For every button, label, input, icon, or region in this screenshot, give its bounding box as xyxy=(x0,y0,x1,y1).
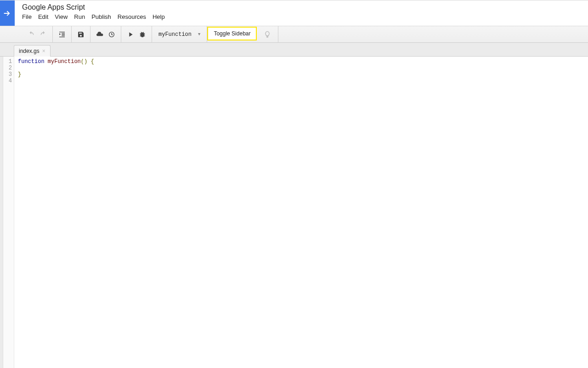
redo-button[interactable] xyxy=(38,29,48,40)
trigger-button[interactable] xyxy=(107,29,117,40)
code-line: } xyxy=(18,71,588,78)
run-button[interactable] xyxy=(125,29,136,40)
code-line xyxy=(18,65,588,71)
menu-bar: File Edit View Run Publish Resources Hel… xyxy=(22,13,165,20)
menu-publish[interactable]: Publish xyxy=(91,13,111,20)
line-number: 2 xyxy=(3,65,12,71)
menu-resources[interactable]: Resources xyxy=(118,13,146,20)
indent-button[interactable] xyxy=(57,29,67,40)
line-number: 4 xyxy=(3,78,12,84)
line-number-gutter: 1 2 3 4 xyxy=(3,57,14,368)
app-title: Google Apps Script xyxy=(22,3,165,12)
toolbar: myFunction ▼ Toggle Sidebar xyxy=(0,26,588,43)
menu-help[interactable]: Help xyxy=(153,13,165,20)
app-header: Google Apps Script File Edit View Run Pu… xyxy=(0,0,588,26)
close-icon[interactable]: × xyxy=(42,48,45,54)
file-tabs-bar: index.gs × xyxy=(0,43,588,57)
debug-button[interactable] xyxy=(137,29,147,40)
save-button[interactable] xyxy=(76,29,86,40)
lightbulb-icon[interactable] xyxy=(262,29,272,40)
editor: 1 2 3 4 function myFunction() { } xyxy=(0,57,588,368)
editor-left-gutter xyxy=(0,57,3,368)
code-area[interactable]: function myFunction() { } xyxy=(14,57,588,368)
code-line: function myFunction() { xyxy=(18,58,588,65)
menu-edit[interactable]: Edit xyxy=(38,13,48,20)
chevron-down-icon: ▼ xyxy=(198,32,200,37)
app-logo xyxy=(0,0,15,26)
toggle-sidebar-button[interactable]: Toggle Sidebar xyxy=(207,27,257,40)
deploy-button[interactable] xyxy=(95,29,105,40)
file-tab-label: index.gs xyxy=(19,48,40,54)
function-selector[interactable]: myFunction ▼ xyxy=(152,26,207,42)
line-number: 1 xyxy=(3,58,12,65)
menu-run[interactable]: Run xyxy=(74,13,85,20)
menu-file[interactable]: File xyxy=(22,13,32,20)
undo-button[interactable] xyxy=(26,29,36,40)
menu-view[interactable]: View xyxy=(55,13,68,20)
line-number: 3 xyxy=(3,71,12,78)
function-selected-label: myFunction xyxy=(158,31,192,38)
file-tab-active[interactable]: index.gs × xyxy=(14,45,51,57)
